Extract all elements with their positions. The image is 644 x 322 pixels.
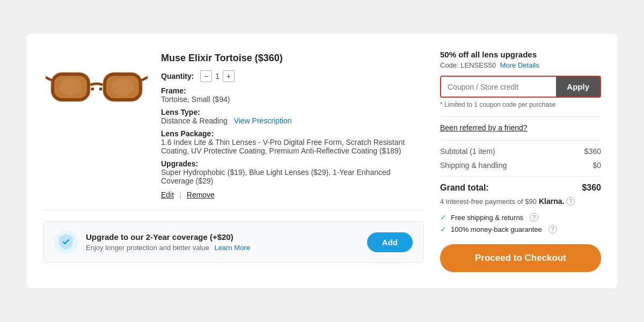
grand-total-label: Grand total: <box>440 183 489 193</box>
apply-coupon-button[interactable]: Apply <box>556 77 600 97</box>
remove-link[interactable]: Remove <box>187 191 215 199</box>
klarna-brand: Klarna. <box>539 197 564 206</box>
coupon-input[interactable] <box>441 77 556 97</box>
quantity-increase-button[interactable]: + <box>223 70 235 82</box>
subtotal-label: Subtotal (1 item) <box>440 147 495 156</box>
upgrade-add-button[interactable]: Add <box>367 232 413 252</box>
divider-1 <box>440 116 601 117</box>
left-panel: Muse Elixir Tortoise ($360) Quantity: − … <box>43 50 424 272</box>
lens-type-value: Distance & Reading <box>161 116 228 125</box>
divider-2 <box>440 140 601 141</box>
more-details-link[interactable]: More Details <box>500 61 539 69</box>
shipping-label: Shipping & handling <box>440 161 507 170</box>
frame-row: Frame: Tortoise, Small ($94) <box>161 86 424 104</box>
checkout-button[interactable]: Proceed to Checkout <box>440 244 601 272</box>
svg-point-8 <box>60 78 82 96</box>
upgrade-title: Upgrade to our 2-Year coverage (+$20) <box>86 232 359 241</box>
promo-title: 50% off all lens upgrades <box>440 50 601 59</box>
check-icon-shipping: ✓ <box>440 213 447 222</box>
lens-type-row: Lens Type: Distance & Reading View Presc… <box>161 108 424 125</box>
quantity-value: 1 <box>215 72 219 80</box>
product-image <box>43 50 150 125</box>
quantity-decrease-button[interactable]: − <box>200 70 212 82</box>
svg-point-11 <box>99 87 103 91</box>
upgrades-label: Upgrades: <box>161 159 198 168</box>
benefit-shipping-row: ✓ Free shipping & returns ? <box>440 213 601 222</box>
edit-remove-row: Edit | Remove <box>161 191 424 199</box>
shield-icon <box>59 234 73 250</box>
subtotal-row: Subtotal (1 item) $360 <box>440 147 601 156</box>
product-title: Muse Elixir Tortoise ($360) <box>161 53 424 64</box>
benefit-moneyback-text: 100% money-back guarantee <box>451 225 542 233</box>
upgrades-value: Super Hydrophobic ($19), Blue Light Lens… <box>161 168 391 185</box>
check-icon-moneyback: ✓ <box>440 225 447 233</box>
upgrade-subtitle: Enjoy longer protection and better value… <box>86 244 359 252</box>
coupon-box: Apply <box>440 76 601 98</box>
shield-icon-container <box>54 230 78 254</box>
klarna-help-icon[interactable]: ? <box>566 197 575 206</box>
quantity-row: Quantity: − 1 + <box>161 70 424 82</box>
promo-section: 50% off all lens upgrades Code: LENSES50… <box>440 50 601 108</box>
klarna-row: 4 interest-free payments of $90 Klarna. … <box>440 197 601 206</box>
upgrades-row: Upgrades: Super Hydrophobic ($19), Blue … <box>161 159 424 185</box>
coupon-limit-text: * Limited to 1 coupon code per purchase <box>440 101 601 108</box>
lens-package-label: Lens Package: <box>161 129 214 138</box>
quantity-control: − 1 + <box>200 70 235 82</box>
shipping-row: Shipping & handling $0 <box>440 161 601 170</box>
promo-code-row: Code: LENSES50 More Details <box>440 61 601 69</box>
benefit-moneyback-help-icon[interactable]: ? <box>548 225 557 233</box>
learn-more-link[interactable]: Learn More <box>214 244 250 252</box>
upgrade-text: Upgrade to our 2-Year coverage (+$20) En… <box>86 232 359 252</box>
main-container: Muse Elixir Tortoise ($360) Quantity: − … <box>27 34 617 288</box>
view-prescription-link[interactable]: View Prescription <box>234 116 292 125</box>
lens-type-label: Lens Type: <box>161 108 200 116</box>
svg-line-7 <box>143 77 148 80</box>
svg-line-6 <box>46 77 51 80</box>
shipping-value: $0 <box>592 161 601 170</box>
product-details: Muse Elixir Tortoise ($360) Quantity: − … <box>161 50 424 199</box>
separator: | <box>179 191 181 199</box>
frame-label: Frame: <box>161 86 186 95</box>
upgrade-banner: Upgrade to our 2-Year coverage (+$20) En… <box>43 221 424 263</box>
frame-value: Tortoise, Small ($94) <box>161 95 230 104</box>
quantity-label: Quantity: <box>161 72 194 80</box>
subtotal-value: $360 <box>584 147 601 156</box>
svg-point-9 <box>112 78 134 96</box>
klarna-text: 4 interest-free payments of $90 <box>440 197 537 206</box>
grand-total-value: $360 <box>582 183 601 193</box>
product-section: Muse Elixir Tortoise ($360) Quantity: − … <box>43 50 424 210</box>
promo-code-text: Code: LENSES50 <box>440 61 496 69</box>
right-panel: 50% off all lens upgrades Code: LENSES50… <box>440 50 601 272</box>
grand-total-row: Grand total: $360 <box>440 183 601 193</box>
benefit-moneyback-row: ✓ 100% money-back guarantee ? <box>440 225 601 233</box>
referred-by-friend-link[interactable]: Been referred by a friend? <box>440 123 601 132</box>
lens-package-value: 1.6 Index Lite & Thin Lenses - V-Pro Dig… <box>161 138 405 155</box>
divider-3 <box>440 176 601 177</box>
svg-point-10 <box>91 87 94 91</box>
benefit-shipping-text: Free shipping & returns <box>451 214 523 222</box>
edit-link[interactable]: Edit <box>161 191 174 199</box>
lens-package-row: Lens Package: 1.6 Index Lite & Thin Lens… <box>161 129 424 155</box>
benefit-shipping-help-icon[interactable]: ? <box>530 213 538 222</box>
